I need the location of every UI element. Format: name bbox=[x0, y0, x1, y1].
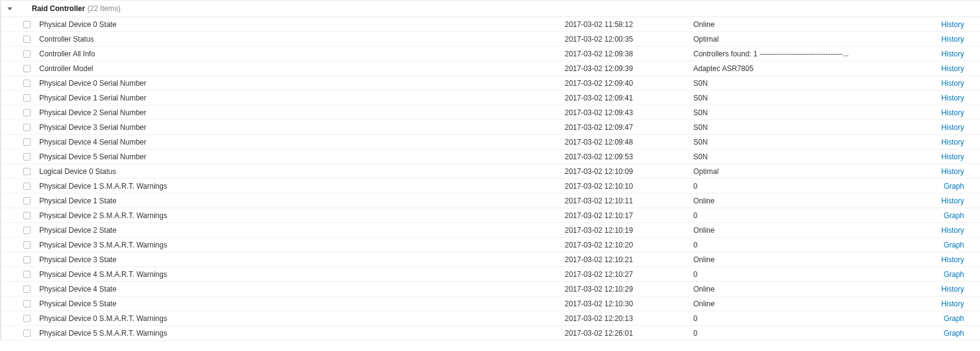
row-checkbox[interactable] bbox=[23, 227, 31, 234]
item-name: Physical Device 4 S.M.A.R.T. Warnings bbox=[38, 270, 565, 279]
row-checkbox[interactable] bbox=[23, 153, 31, 160]
item-name: Physical Device 3 S.M.A.R.T. Warnings bbox=[38, 241, 565, 249]
item-name: Controller Status bbox=[38, 35, 565, 43]
item-rows: Physical Device 0 State2017-03-02 11:58:… bbox=[1, 17, 980, 341]
row-checkbox[interactable] bbox=[23, 109, 31, 116]
table-row: Physical Device 0 Serial Number2017-03-0… bbox=[1, 76, 980, 91]
row-checkbox[interactable] bbox=[23, 285, 31, 293]
action-cell: History bbox=[938, 50, 975, 58]
action-cell: History bbox=[938, 138, 975, 146]
row-checkbox[interactable] bbox=[23, 80, 31, 87]
item-timestamp: 2017-03-02 12:09:48 bbox=[565, 138, 693, 146]
table-row: Physical Device 3 Serial Number2017-03-0… bbox=[1, 120, 980, 135]
graph-link[interactable]: Graph bbox=[944, 211, 964, 220]
history-link[interactable]: History bbox=[941, 285, 964, 293]
table-row: Physical Device 1 S.M.A.R.T. Warnings201… bbox=[1, 179, 980, 194]
item-value: Online bbox=[693, 197, 938, 205]
item-name: Controller All Info bbox=[38, 50, 565, 58]
table-row: Physical Device 0 S.M.A.R.T. Warnings201… bbox=[1, 311, 980, 326]
checkbox-cell bbox=[23, 153, 38, 160]
item-timestamp: 2017-03-02 12:10:27 bbox=[565, 270, 693, 279]
item-name: Physical Device 0 S.M.A.R.T. Warnings bbox=[38, 314, 565, 323]
item-name: Physical Device 5 S.M.A.R.T. Warnings bbox=[38, 329, 565, 338]
caret-down-icon bbox=[7, 7, 12, 10]
row-checkbox[interactable] bbox=[23, 183, 31, 190]
group-header-row[interactable]: Raid Controller (22 Items) bbox=[1, 0, 980, 17]
checkbox-cell bbox=[23, 94, 38, 102]
history-link[interactable]: History bbox=[941, 153, 964, 161]
row-checkbox[interactable] bbox=[23, 94, 31, 102]
checkbox-cell bbox=[23, 197, 38, 205]
row-checkbox[interactable] bbox=[23, 124, 31, 131]
row-checkbox[interactable] bbox=[23, 212, 31, 219]
item-timestamp: 2017-03-02 12:10:29 bbox=[565, 285, 693, 293]
table-row: Physical Device 5 Serial Number2017-03-0… bbox=[1, 149, 980, 164]
history-link[interactable]: History bbox=[941, 108, 964, 117]
graph-link[interactable]: Graph bbox=[944, 329, 964, 338]
checkbox-cell bbox=[23, 315, 38, 322]
table-row: Physical Device 1 State2017-03-02 12:10:… bbox=[1, 194, 980, 208]
action-cell: History bbox=[938, 226, 975, 235]
history-link[interactable]: History bbox=[941, 138, 964, 146]
history-link[interactable]: History bbox=[941, 35, 964, 43]
table-row: Controller Model2017-03-02 12:09:39Adapt… bbox=[1, 61, 980, 76]
item-value: S0N bbox=[693, 138, 938, 146]
history-link[interactable]: History bbox=[941, 167, 964, 176]
item-name: Physical Device 1 Serial Number bbox=[38, 94, 565, 102]
item-value: Online bbox=[693, 20, 938, 29]
row-checkbox[interactable] bbox=[23, 21, 31, 28]
item-timestamp: 2017-03-02 12:10:30 bbox=[565, 300, 693, 308]
row-checkbox[interactable] bbox=[23, 36, 31, 43]
action-cell: History bbox=[938, 79, 975, 88]
item-timestamp: 2017-03-02 12:09:43 bbox=[565, 108, 693, 117]
action-cell: History bbox=[938, 123, 975, 132]
item-name: Logical Device 0 Status bbox=[38, 167, 565, 176]
item-value: 0 bbox=[693, 329, 938, 338]
item-value: Online bbox=[693, 255, 938, 264]
history-link[interactable]: History bbox=[941, 226, 964, 235]
row-checkbox[interactable] bbox=[23, 241, 31, 249]
row-checkbox[interactable] bbox=[23, 300, 31, 308]
row-checkbox[interactable] bbox=[23, 256, 31, 263]
table-row: Physical Device 5 S.M.A.R.T. Warnings201… bbox=[1, 326, 980, 341]
history-link[interactable]: History bbox=[941, 50, 964, 58]
graph-link[interactable]: Graph bbox=[944, 270, 964, 279]
action-cell: Graph bbox=[938, 329, 975, 338]
row-checkbox[interactable] bbox=[23, 65, 31, 72]
row-checkbox[interactable] bbox=[23, 315, 31, 322]
graph-link[interactable]: Graph bbox=[944, 241, 964, 249]
history-link[interactable]: History bbox=[941, 255, 964, 264]
table-row: Physical Device 2 Serial Number2017-03-0… bbox=[1, 105, 980, 120]
row-checkbox[interactable] bbox=[23, 197, 31, 205]
action-cell: History bbox=[938, 108, 975, 117]
table-row: Physical Device 5 State2017-03-02 12:10:… bbox=[1, 296, 980, 311]
history-link[interactable]: History bbox=[941, 123, 964, 132]
history-link[interactable]: History bbox=[941, 197, 964, 205]
history-link[interactable]: History bbox=[941, 79, 964, 88]
row-checkbox[interactable] bbox=[23, 271, 31, 278]
item-timestamp: 2017-03-02 11:58:12 bbox=[565, 20, 693, 29]
graph-link[interactable]: Graph bbox=[944, 182, 964, 191]
checkbox-cell bbox=[23, 124, 38, 131]
row-checkbox[interactable] bbox=[23, 168, 31, 175]
history-link[interactable]: History bbox=[941, 64, 964, 73]
item-name: Physical Device 5 Serial Number bbox=[38, 153, 565, 161]
item-timestamp: 2017-03-02 12:10:17 bbox=[565, 211, 693, 220]
checkbox-cell bbox=[23, 65, 38, 72]
checkbox-cell bbox=[23, 36, 38, 43]
history-link[interactable]: History bbox=[941, 300, 964, 308]
item-value: S0N bbox=[693, 94, 938, 102]
row-checkbox[interactable] bbox=[23, 138, 31, 146]
graph-link[interactable]: Graph bbox=[944, 314, 964, 323]
checkbox-cell bbox=[23, 183, 38, 190]
row-checkbox[interactable] bbox=[23, 330, 31, 337]
table-row: Physical Device 1 Serial Number2017-03-0… bbox=[1, 91, 980, 105]
history-link[interactable]: History bbox=[941, 94, 964, 102]
item-value: Adaptec ASR7805 bbox=[693, 64, 938, 73]
checkbox-cell bbox=[23, 168, 38, 175]
item-timestamp: 2017-03-02 12:10:21 bbox=[565, 255, 693, 264]
action-cell: History bbox=[938, 35, 975, 43]
item-name: Physical Device 3 State bbox=[38, 255, 565, 264]
history-link[interactable]: History bbox=[941, 20, 964, 29]
row-checkbox[interactable] bbox=[23, 50, 31, 58]
